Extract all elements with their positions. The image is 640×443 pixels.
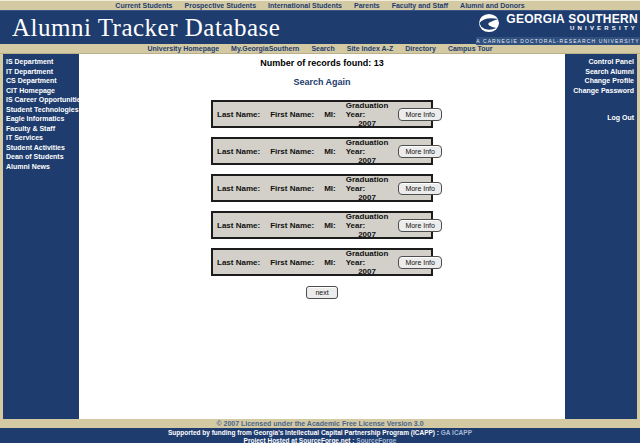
graduation-year-group: Graduation Year: 2007 <box>346 249 389 276</box>
left-sidebar-link[interactable]: Dean of Students <box>3 152 79 162</box>
secondary-nav-link[interactable]: Campus Tour <box>448 45 493 52</box>
results-content: Number of records found: 13 Search Again… <box>79 54 565 419</box>
left-sidebar-link[interactable]: Faculty & Staff <box>3 124 79 134</box>
last-name-label: Last Name: <box>217 147 260 156</box>
page: Current Students Prospective Students In… <box>0 0 640 443</box>
more-info-button[interactable]: More Info <box>398 108 442 121</box>
graduation-year-value: 2007 <box>358 119 376 128</box>
top-nav-link[interactable]: International Students <box>268 2 342 9</box>
graduation-year-group: Graduation Year: 2007 <box>346 212 389 239</box>
record-row: Last Name: First Name: MI: Graduation Ye… <box>211 100 433 128</box>
record-row: Last Name: First Name: MI: Graduation Ye… <box>211 174 433 202</box>
top-utility-bar: Current Students Prospective Students In… <box>0 0 640 10</box>
graduation-year-label: Graduation Year: <box>346 138 389 156</box>
header: Alumni Tracker Database GEORGIA SOUTHERN… <box>0 10 640 44</box>
logo-name: GEORGIA SOUTHERN <box>506 13 638 25</box>
search-again-link[interactable]: Search Again <box>293 77 350 87</box>
mi-label: MI: <box>324 221 336 230</box>
graduation-year-value: 2007 <box>358 156 376 165</box>
right-sidebar-link[interactable]: Search Alumni <box>565 67 637 77</box>
last-name-label: Last Name: <box>217 110 260 119</box>
next-page-button[interactable]: next <box>306 286 337 299</box>
mi-label: MI: <box>324 110 336 119</box>
page-title: Alumni Tracker Database <box>0 13 280 43</box>
icapp-text: Supported by funding from Georgia's Inte… <box>168 429 441 436</box>
graduation-year-label: Graduation Year: <box>346 212 389 230</box>
top-nav-link[interactable]: Prospective Students <box>185 2 257 9</box>
last-name-label: Last Name: <box>217 258 260 267</box>
right-sidebar-link[interactable]: Change Profile <box>565 76 637 86</box>
right-sidebar-link[interactable]: Change Password <box>565 86 637 96</box>
secondary-nav-link[interactable]: Directory <box>405 45 436 52</box>
secondary-nav-link[interactable]: University Homepage <box>147 45 219 52</box>
top-nav-link[interactable]: Current Students <box>115 2 172 9</box>
record-row: Last Name: First Name: MI: Graduation Ye… <box>211 137 433 165</box>
graduation-year-group: Graduation Year: 2007 <box>346 175 389 202</box>
graduation-year-label: Graduation Year: <box>346 249 389 267</box>
records-found-count: Number of records found: 13 <box>260 58 384 68</box>
last-name-label: Last Name: <box>217 184 260 193</box>
record-row: Last Name: First Name: MI: Graduation Ye… <box>211 248 433 276</box>
secondary-nav-bar: University Homepage My.GeorgiaSouthern S… <box>0 44 640 54</box>
eagle-icon <box>478 13 500 33</box>
left-sidebar-link[interactable]: IS Department <box>3 57 79 67</box>
right-sidebar: Control Panel Search Alumni Change Profi… <box>565 54 637 419</box>
sourceforge-text: Project Hosted at SourceForge.net : <box>244 437 357 443</box>
graduation-year-value: 2007 <box>358 193 376 202</box>
university-logo: GEORGIA SOUTHERN UNIVERSITY A CARNEGIE D… <box>476 11 640 45</box>
sourceforge-link[interactable]: SourceForge <box>356 437 396 443</box>
left-sidebar-link[interactable]: IS Career Opportunities <box>3 95 79 105</box>
footer: Supported by funding from Georgia's Inte… <box>0 428 640 443</box>
left-sidebar-link[interactable]: Eagle Informatics <box>3 114 79 124</box>
first-name-label: First Name: <box>270 147 314 156</box>
graduation-year-value: 2007 <box>358 230 376 239</box>
left-sidebar-link[interactable]: Alumni News <box>3 162 79 172</box>
left-sidebar: IS Department IT Department CS Departmen… <box>3 54 79 419</box>
log-out-link[interactable]: Log Out <box>565 113 637 123</box>
first-name-label: First Name: <box>270 184 314 193</box>
graduation-year-label: Graduation Year: <box>346 101 389 119</box>
license-text: © 2007 Licensed under the Academic Free … <box>0 419 640 428</box>
icapp-link[interactable]: GA ICAPP <box>441 429 472 436</box>
logout-spacer <box>565 95 637 113</box>
graduation-year-value: 2007 <box>358 267 376 276</box>
first-name-label: First Name: <box>270 221 314 230</box>
secondary-nav-link[interactable]: Site Index A-Z <box>347 45 393 52</box>
footer-icapp-line: Supported by funding from Georgia's Inte… <box>0 429 640 437</box>
left-sidebar-link[interactable]: Student Technologies <box>3 105 79 115</box>
logo-university-label: UNIVERSITY <box>570 25 638 32</box>
main-area: IS Department IT Department CS Departmen… <box>0 54 640 419</box>
left-sidebar-link[interactable]: CIT Homepage <box>3 86 79 96</box>
mi-label: MI: <box>324 258 336 267</box>
secondary-nav-link[interactable]: My.GeorgiaSouthern <box>231 45 299 52</box>
footer-sourceforge-line: Project Hosted at SourceForge.net : Sour… <box>0 437 640 443</box>
graduation-year-group: Graduation Year: 2007 <box>346 138 389 165</box>
first-name-label: First Name: <box>270 258 314 267</box>
record-row: Last Name: First Name: MI: Graduation Ye… <box>211 211 433 239</box>
logo-tagline: A CARNEGIE DOCTORAL-RESEARCH UNIVERSITY <box>476 37 640 45</box>
left-sidebar-link[interactable]: Student Activities <box>3 143 79 153</box>
secondary-nav-link[interactable]: Search <box>311 45 334 52</box>
records-list: Last Name: First Name: MI: Graduation Ye… <box>211 100 433 276</box>
more-info-button[interactable]: More Info <box>398 256 442 269</box>
more-info-button[interactable]: More Info <box>398 145 442 158</box>
logo-text: GEORGIA SOUTHERN UNIVERSITY <box>502 13 638 32</box>
right-sidebar-links: Control Panel Search Alumni Change Profi… <box>565 57 637 95</box>
right-sidebar-link[interactable]: Control Panel <box>565 57 637 67</box>
top-nav-link[interactable]: Parents <box>354 2 380 9</box>
left-sidebar-link[interactable]: CS Department <box>3 76 79 86</box>
more-info-button[interactable]: More Info <box>398 182 442 195</box>
graduation-year-group: Graduation Year: 2007 <box>346 101 389 128</box>
first-name-label: First Name: <box>270 110 314 119</box>
mi-label: MI: <box>324 147 336 156</box>
last-name-label: Last Name: <box>217 221 260 230</box>
more-info-button[interactable]: More Info <box>398 219 442 232</box>
graduation-year-label: Graduation Year: <box>346 175 389 193</box>
mi-label: MI: <box>324 184 336 193</box>
top-nav-link[interactable]: Faculty and Staff <box>392 2 448 9</box>
left-sidebar-link[interactable]: IT Services <box>3 133 79 143</box>
left-sidebar-link[interactable]: IT Department <box>3 67 79 77</box>
top-nav-link[interactable]: Alumni and Donors <box>460 2 525 9</box>
